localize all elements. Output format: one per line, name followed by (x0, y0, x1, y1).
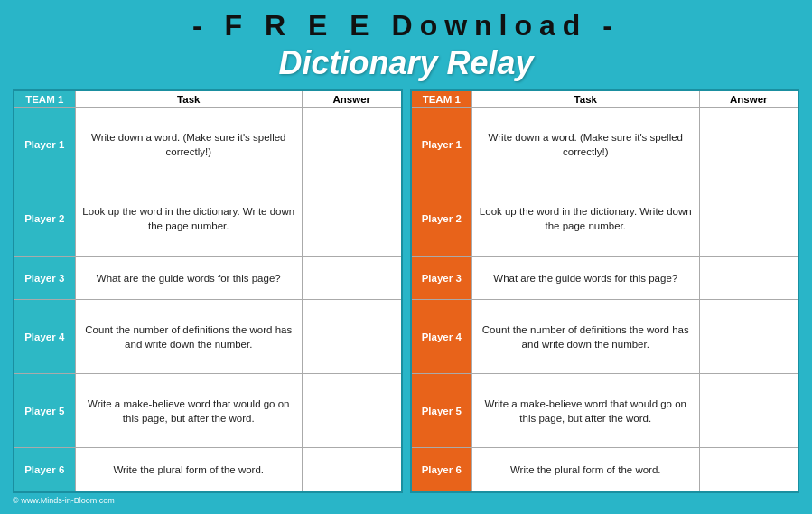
task-cell: What are the guide words for this page? (75, 256, 303, 299)
task-cell: Count the number of definitions the word… (75, 300, 303, 374)
answer-cell (303, 374, 402, 448)
answer-cell (699, 300, 798, 374)
task-cell: Write a make-believe word that would go … (472, 374, 700, 448)
table2-task-header: Task (472, 90, 700, 108)
subtitle: Dictionary Relay (278, 44, 533, 82)
table-row: Player 2Look up the word in the dictiona… (14, 182, 402, 256)
table1-team-header: TEAM 1 (14, 90, 75, 108)
table-row: Player 3What are the guide words for thi… (14, 256, 402, 299)
player-cell: Player 1 (14, 108, 75, 182)
task-cell: Write the plural form of the word. (472, 448, 700, 492)
task-cell: Write a make-believe word that would go … (75, 374, 303, 448)
player-cell: Player 2 (411, 182, 472, 256)
tables-row: TEAM 1 Task Answer Player 1Write down a … (13, 89, 799, 493)
table-row: Player 1Write down a word. (Make sure it… (411, 108, 799, 182)
table2-team-header: TEAM 1 (411, 90, 472, 108)
page-wrapper: - F R E E Download - Dictionary Relay TE… (0, 0, 812, 514)
answer-cell (699, 108, 798, 182)
answer-cell (699, 256, 798, 299)
table-row: Player 4Count the number of definitions … (411, 300, 799, 374)
table-row: Player 5Write a make-believe word that w… (411, 374, 799, 448)
task-cell: Write the plural form of the word. (75, 448, 303, 492)
player-cell: Player 5 (14, 374, 75, 448)
table-row: Player 4Count the number of definitions … (14, 300, 402, 374)
player-cell: Player 3 (411, 256, 472, 299)
player-cell: Player 4 (14, 300, 75, 374)
table2-answer-header: Answer (699, 90, 798, 108)
task-cell: Write down a word. (Make sure it's spell… (75, 108, 303, 182)
table-row: Player 6Write the plural form of the wor… (411, 448, 799, 492)
answer-cell (699, 374, 798, 448)
answer-cell (303, 300, 402, 374)
task-cell: Count the number of definitions the word… (472, 300, 700, 374)
table-row: Player 2Look up the word in the dictiona… (411, 182, 799, 256)
player-cell: Player 4 (411, 300, 472, 374)
answer-cell (303, 108, 402, 182)
table1-task-header: Task (75, 90, 303, 108)
player-cell: Player 3 (14, 256, 75, 299)
answer-cell (303, 448, 402, 492)
answer-cell (699, 448, 798, 492)
answer-cell (699, 182, 798, 256)
player-cell: Player 6 (411, 448, 472, 492)
task-cell: Look up the word in the dictionary. Writ… (75, 182, 303, 256)
team-table-1: TEAM 1 Task Answer Player 1Write down a … (13, 89, 403, 493)
answer-cell (303, 182, 402, 256)
player-cell: Player 6 (14, 448, 75, 492)
task-cell: Write down a word. (Make sure it's spell… (472, 108, 700, 182)
table1-answer-header: Answer (303, 90, 402, 108)
table-row: Player 5Write a make-believe word that w… (14, 374, 402, 448)
task-cell: Look up the word in the dictionary. Writ… (472, 182, 700, 256)
answer-cell (303, 256, 402, 299)
table-row: Player 1Write down a word. (Make sure it… (14, 108, 402, 182)
player-cell: Player 2 (14, 182, 75, 256)
team-table-2: TEAM 1 Task Answer Player 1Write down a … (410, 89, 800, 493)
free-download-title: - F R E E Download - (192, 9, 620, 42)
copyright-footer: © www.Minds-in-Bloom.com (13, 496, 115, 505)
player-cell: Player 1 (411, 108, 472, 182)
player-cell: Player 5 (411, 374, 472, 448)
table-row: Player 3What are the guide words for thi… (411, 256, 799, 299)
task-cell: What are the guide words for this page? (472, 256, 700, 299)
table-row: Player 6Write the plural form of the wor… (14, 448, 402, 492)
